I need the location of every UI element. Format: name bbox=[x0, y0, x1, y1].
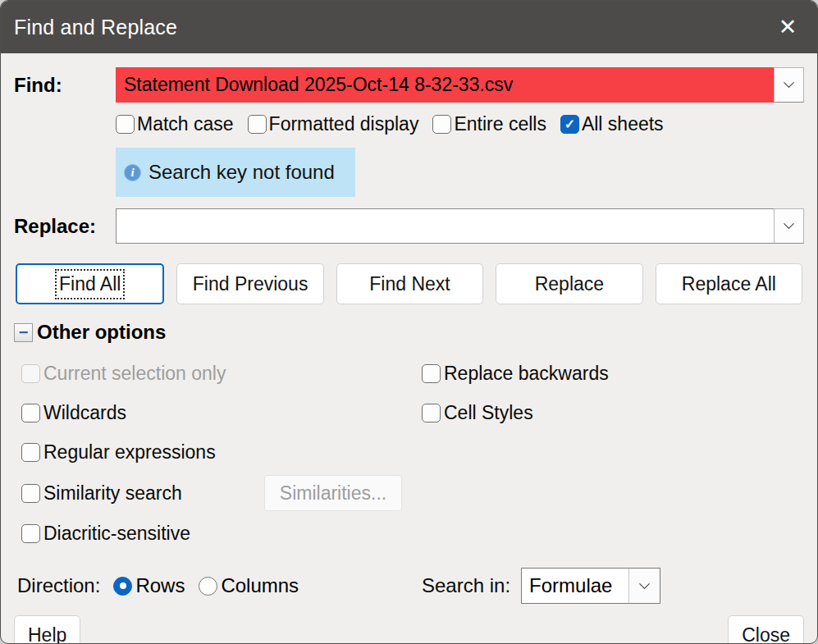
chevron-down-icon bbox=[639, 578, 650, 589]
button-label: Find Next bbox=[369, 273, 450, 295]
dialog-title: Find and Replace bbox=[14, 16, 177, 39]
find-and-replace-dialog: Find and Replace ✕ Find: Match case Form… bbox=[0, 0, 818, 644]
checkbox-formatted-display[interactable]: Formatted display bbox=[248, 113, 419, 135]
find-label: Find: bbox=[14, 74, 116, 97]
checkbox-checked-icon: ✓ bbox=[560, 115, 579, 134]
action-buttons-row: Find All Find Previous Find Next Replace… bbox=[16, 263, 802, 304]
checkbox-wildcards[interactable]: Wildcards bbox=[21, 402, 126, 424]
checkbox-label: Regular expressions bbox=[43, 441, 216, 464]
checkbox-label: All sheets bbox=[582, 113, 664, 135]
radio-selected-icon bbox=[113, 577, 132, 596]
options-right-column: Replace backwards Cell Styles bbox=[422, 357, 804, 556]
checkbox-icon bbox=[21, 484, 40, 503]
checkbox-label: Formatted display bbox=[269, 113, 419, 135]
radio-rows[interactable]: Rows bbox=[113, 574, 185, 597]
checkbox-label: Wildcards bbox=[43, 402, 126, 424]
option-row: Current selection only bbox=[21, 357, 422, 391]
replace-label: Replace: bbox=[14, 215, 116, 238]
checkbox-entire-cells[interactable]: Entire cells bbox=[432, 113, 546, 135]
checkbox-icon bbox=[21, 443, 40, 462]
combobox-value: Formulae bbox=[522, 569, 628, 603]
similarities-button: Similarities... bbox=[264, 475, 402, 511]
chevron-down-icon bbox=[784, 218, 794, 229]
checkbox-current-selection-only: Current selection only bbox=[21, 363, 226, 385]
checkbox-label: Entire cells bbox=[454, 113, 546, 135]
checkbox-icon bbox=[432, 115, 451, 134]
checkbox-icon bbox=[21, 404, 40, 422]
find-previous-button[interactable]: Find Previous bbox=[176, 263, 323, 304]
replace-combo bbox=[116, 208, 804, 244]
find-dropdown-button[interactable] bbox=[774, 67, 804, 103]
option-row: Similarity search Similarities... bbox=[21, 475, 422, 511]
checkbox-diacritic-sensitive[interactable]: Diacritic-sensitive bbox=[21, 523, 190, 545]
checkbox-match-case[interactable]: Match case bbox=[116, 113, 234, 135]
radio-columns[interactable]: Columns bbox=[199, 574, 299, 597]
direction-label: Direction: bbox=[17, 574, 100, 597]
checkbox-icon bbox=[248, 115, 267, 134]
option-row: Replace backwards bbox=[422, 357, 804, 391]
replace-dropdown-button[interactable] bbox=[774, 208, 804, 244]
find-next-button[interactable]: Find Next bbox=[336, 263, 483, 304]
close-button[interactable]: Close bbox=[728, 615, 804, 644]
direction-search-row: Direction: Rows Columns Search in: Formu… bbox=[17, 568, 804, 604]
help-button[interactable]: Help bbox=[14, 615, 80, 644]
checkbox-label: Cell Styles bbox=[444, 402, 533, 424]
search-toggles-row: Match case Formatted display Entire cell… bbox=[116, 113, 804, 135]
option-row: Regular expressions bbox=[21, 436, 422, 469]
status-message-text: Search key not found bbox=[149, 161, 335, 184]
find-combo bbox=[116, 67, 804, 103]
checkbox-icon bbox=[21, 524, 40, 543]
footer: Help Close bbox=[14, 615, 804, 644]
dialog-body: Find: Match case Formatted display Entir… bbox=[1, 53, 817, 644]
other-options-header: − Other options bbox=[14, 321, 804, 344]
checkbox-icon bbox=[21, 364, 40, 383]
radio-label: Rows bbox=[135, 574, 185, 597]
replace-row: Replace: bbox=[14, 208, 804, 244]
checkbox-icon bbox=[422, 404, 441, 422]
button-label: Replace bbox=[535, 273, 604, 295]
replace-button[interactable]: Replace bbox=[496, 263, 642, 304]
checkbox-label: Replace backwards bbox=[444, 363, 609, 385]
find-input[interactable] bbox=[116, 67, 774, 103]
button-label: Find All bbox=[59, 273, 121, 295]
checkbox-icon bbox=[422, 364, 441, 383]
checkbox-label: Diacritic-sensitive bbox=[43, 523, 190, 545]
search-in-combobox[interactable]: Formulae bbox=[521, 568, 660, 604]
checkbox-cell-styles[interactable]: Cell Styles bbox=[422, 402, 533, 424]
checkbox-similarity-search[interactable]: Similarity search bbox=[21, 482, 264, 505]
chevron-down-icon bbox=[784, 77, 794, 88]
option-row: Diacritic-sensitive bbox=[21, 517, 422, 550]
status-message: i Search key not found bbox=[116, 148, 355, 197]
combobox-dropdown-button[interactable] bbox=[628, 569, 660, 603]
close-icon[interactable]: ✕ bbox=[771, 11, 804, 43]
checkbox-replace-backwards[interactable]: Replace backwards bbox=[422, 363, 609, 385]
info-icon: i bbox=[124, 164, 141, 181]
collapse-icon[interactable]: − bbox=[14, 323, 33, 342]
direction-group: Direction: Rows Columns bbox=[17, 574, 422, 597]
option-row: Wildcards bbox=[21, 396, 422, 430]
checkbox-all-sheets[interactable]: ✓ All sheets bbox=[560, 113, 664, 135]
checkbox-icon bbox=[116, 115, 135, 134]
option-row: Cell Styles bbox=[422, 396, 804, 430]
other-options-area: Current selection only Wildcards Regular… bbox=[21, 357, 804, 556]
replace-input[interactable] bbox=[116, 208, 774, 244]
radio-label: Columns bbox=[221, 574, 299, 597]
checkbox-label: Match case bbox=[137, 113, 234, 135]
find-all-button[interactable]: Find All bbox=[16, 263, 164, 304]
radio-icon bbox=[199, 577, 217, 596]
checkbox-label: Current selection only bbox=[43, 363, 226, 385]
titlebar: Find and Replace ✕ bbox=[1, 1, 817, 53]
options-left-column: Current selection only Wildcards Regular… bbox=[21, 357, 422, 556]
search-in-group: Search in: Formulae bbox=[422, 568, 660, 604]
button-label: Find Previous bbox=[193, 273, 308, 295]
checkbox-label: Similarity search bbox=[43, 482, 182, 505]
checkbox-regular-expressions[interactable]: Regular expressions bbox=[21, 441, 216, 464]
button-label: Replace All bbox=[682, 273, 776, 295]
find-row: Find: bbox=[14, 67, 804, 103]
other-options-title: Other options bbox=[37, 321, 166, 344]
replace-all-button[interactable]: Replace All bbox=[656, 263, 802, 304]
search-in-label: Search in: bbox=[422, 574, 510, 597]
